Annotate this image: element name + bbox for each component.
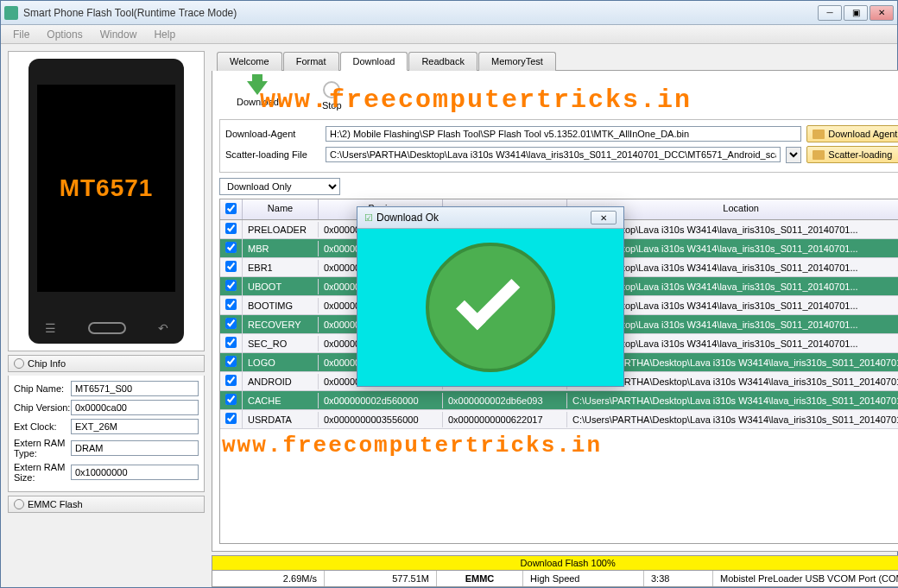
status-size: 577.51M — [325, 571, 437, 586]
emmc-header[interactable]: EMMC Flash — [8, 496, 205, 513]
chip-name-field[interactable] — [71, 381, 199, 396]
folder-icon — [813, 150, 825, 160]
row-name: MBR — [243, 241, 319, 256]
phone-preview: MT6571 ☰ ↶ — [8, 51, 205, 351]
row-name: EBR1 — [243, 260, 319, 275]
checkmark-circle-icon — [426, 243, 555, 372]
menu-help[interactable]: Help — [145, 28, 184, 41]
select-all-checkbox[interactable] — [225, 203, 237, 214]
row-checkbox[interactable] — [225, 337, 237, 348]
row-name: BOOTIMG — [243, 298, 319, 313]
download-agent-button[interactable]: Download Agent — [806, 125, 898, 142]
row-begin: 0x0000000003556000 — [319, 412, 443, 427]
download-ok-dialog[interactable]: ☑ Download Ok ✕ — [357, 206, 624, 387]
dialog-close-button[interactable]: ✕ — [591, 211, 617, 224]
row-checkbox[interactable] — [225, 318, 237, 329]
status-speed: 2.69M/s — [212, 571, 325, 586]
row-name: RECOVERY — [243, 317, 319, 332]
status-port: Mobistel PreLoader USB VCOM Port (COM3) — [713, 571, 898, 586]
status-bar: 2.69M/s 577.51M EMMC High Speed 3:38 Mob… — [212, 571, 898, 587]
row-checkbox[interactable] — [225, 394, 237, 405]
phone-home-button — [88, 322, 126, 334]
chip-info-header[interactable]: Chip Info — [8, 355, 205, 372]
row-end: 0x000000002db6e093 — [443, 393, 567, 408]
row-checkbox[interactable] — [225, 299, 237, 310]
download-mode-select[interactable]: Download Only — [219, 178, 340, 195]
row-checkbox[interactable] — [225, 413, 237, 424]
window-title: Smart Phone Flash Tool(Runtime Trace Mod… — [23, 7, 818, 19]
gear-icon — [14, 499, 24, 509]
ram-type-field[interactable] — [71, 440, 199, 456]
ext-clock-field[interactable] — [71, 419, 199, 434]
phone-chip-label: MT6571 — [60, 174, 154, 202]
row-name: CACHE — [243, 393, 319, 408]
tab-bar: Welcome Format Download Readback MemoryT… — [217, 51, 898, 71]
row-location: C:\Users\PARTHA\Desktop\Lava i310s W3414… — [567, 412, 898, 427]
row-name: ANDROID — [243, 374, 319, 389]
stop-button[interactable]: Stop — [322, 81, 342, 111]
main-window: Smart Phone Flash Tool(Runtime Trace Mod… — [0, 0, 898, 588]
tab-readback[interactable]: Readback — [408, 52, 477, 71]
tab-memorytest[interactable]: MemoryTest — [478, 52, 556, 71]
scatter-loading-button[interactable]: Scatter-loading — [806, 146, 898, 163]
folder-icon — [813, 130, 825, 139]
phone-menu-icon: ☰ — [45, 321, 56, 335]
row-end: 0x0000000000622017 — [443, 412, 567, 427]
download-button[interactable]: Download — [237, 81, 279, 111]
menu-file[interactable]: File — [4, 28, 38, 41]
close-button[interactable]: ✕ — [870, 5, 894, 21]
tab-format[interactable]: Format — [283, 52, 339, 71]
scatter-file-field[interactable] — [326, 147, 781, 162]
row-location: C:\Users\PARTHA\Desktop\Lava i310s W3414… — [567, 393, 898, 408]
chip-version-field[interactable] — [71, 400, 199, 415]
status-time: 3:38 — [644, 571, 713, 586]
row-checkbox[interactable] — [225, 242, 237, 253]
row-name: LOGO — [243, 355, 319, 370]
row-name: SEC_RO — [243, 336, 319, 351]
row-checkbox[interactable] — [225, 261, 237, 272]
app-icon — [4, 6, 18, 20]
minimize-button[interactable]: ─ — [818, 5, 842, 21]
phone-back-icon: ↶ — [158, 321, 168, 335]
row-checkbox[interactable] — [225, 280, 237, 291]
titlebar[interactable]: Smart Phone Flash Tool(Runtime Trace Mod… — [1, 1, 897, 25]
row-checkbox[interactable] — [225, 375, 237, 386]
left-panel: MT6571 ☰ ↶ Chip Info Chip Name: Chip Ver… — [1, 44, 212, 587]
table-row[interactable]: CACHE0x000000002d5600000x000000002db6e09… — [220, 391, 898, 410]
gear-icon — [14, 358, 24, 369]
download-arrow-icon — [247, 81, 268, 95]
chip-info-panel: Chip Name: Chip Version: Ext Clock: Exte… — [8, 376, 205, 492]
menu-window[interactable]: Window — [92, 28, 146, 41]
row-name: USRDATA — [243, 412, 319, 427]
success-icon: ☑ — [364, 212, 373, 224]
row-checkbox[interactable] — [225, 356, 237, 367]
maximize-button[interactable]: ▣ — [844, 5, 868, 21]
status-type: EMMC — [437, 571, 523, 586]
row-checkbox[interactable] — [225, 223, 237, 234]
dialog-title: Download Ok — [376, 212, 591, 224]
status-mode: High Speed — [523, 571, 644, 586]
ram-size-field[interactable] — [71, 465, 199, 480]
menubar: File Options Window Help — [1, 25, 897, 44]
stop-icon — [323, 81, 340, 98]
tab-welcome[interactable]: Welcome — [217, 52, 282, 71]
download-agent-field[interactable] — [326, 126, 801, 142]
table-row[interactable]: USRDATA0x00000000035560000x0000000000622… — [220, 410, 898, 429]
progress-bar: Download Flash 100% — [212, 555, 898, 571]
row-begin: 0x000000002d560000 — [319, 393, 443, 408]
row-name: UBOOT — [243, 279, 319, 294]
menu-options[interactable]: Options — [38, 28, 91, 41]
row-name: PRELOADER — [243, 222, 319, 237]
tab-download[interactable]: Download — [340, 52, 408, 71]
scatter-history-dropdown[interactable] — [786, 147, 801, 163]
